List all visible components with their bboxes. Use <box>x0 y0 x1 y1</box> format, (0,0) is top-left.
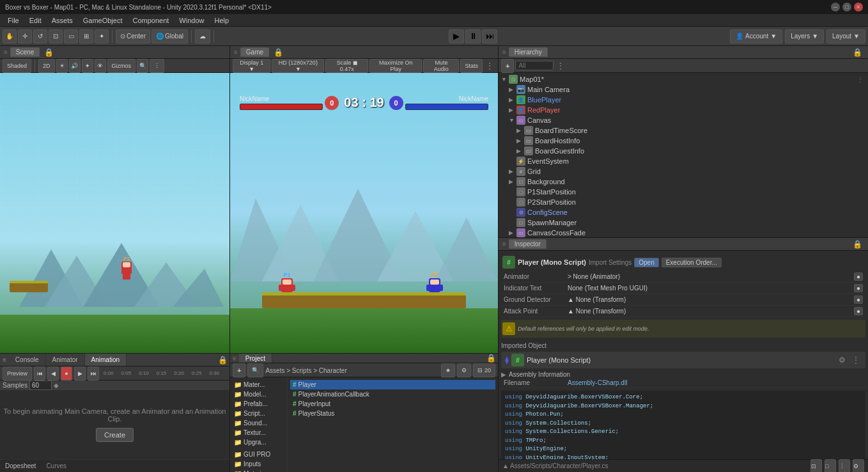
maximize-button[interactable]: □ <box>842 3 851 12</box>
inspector-bottom-btn1[interactable]: ⊡ <box>810 459 822 473</box>
scale-control[interactable]: Scale ◼ 0.47x <box>325 59 368 73</box>
curves-tab[interactable]: Curves <box>41 462 72 469</box>
collab-button[interactable]: ☁ <box>195 29 210 43</box>
scene-lock-button[interactable]: 🔒 <box>42 48 56 57</box>
global-button[interactable]: 🌐 Global <box>151 29 188 43</box>
project-search-icon[interactable]: 🔍 <box>247 363 263 377</box>
hierarchy-search[interactable] <box>515 61 554 70</box>
menu-help[interactable]: Help <box>209 15 234 26</box>
samples-input[interactable] <box>29 381 52 390</box>
hierarchy-lock[interactable]: 🔒 <box>851 48 864 57</box>
inspector-bottom-btn2[interactable]: □ <box>825 459 836 473</box>
anim-start-button[interactable]: ⏮ <box>34 366 45 381</box>
indicator-circle-btn[interactable]: ● <box>854 284 863 292</box>
menu-component[interactable]: Component <box>127 15 174 26</box>
hier-p1-start[interactable]: ◌ P1StartPosition <box>506 187 868 197</box>
scale-tool-button[interactable]: ⊡ <box>49 29 63 43</box>
assembly-info-header[interactable]: ▶ Assembly Information <box>501 371 865 378</box>
anim-next-button[interactable]: ▶ <box>74 366 86 381</box>
create-animation-button[interactable]: Create <box>96 428 134 442</box>
proj-tree-scripts[interactable]: 📁Script... <box>230 409 287 418</box>
ground-circle-btn[interactable]: ● <box>854 295 863 304</box>
proj-tree-upgrade[interactable]: 📁Upgra... <box>230 437 287 447</box>
hier-blue-player[interactable]: ▶ 👤 BluePlayer <box>506 95 868 105</box>
hier-board-time-score[interactable]: ▶ ▭ BoardTimeScore <box>514 125 868 136</box>
anim-panel-lock[interactable]: 🔒 <box>216 356 229 365</box>
hier-background[interactable]: ▶ □ Background <box>506 177 868 187</box>
account-button[interactable]: 👤 Account ▼ <box>730 29 782 43</box>
execution-order-button[interactable]: Execution Order... <box>662 258 722 267</box>
hier-map01-more[interactable]: ⋮ <box>855 76 865 83</box>
inspector-tab[interactable]: Inspector <box>509 239 546 249</box>
animator-tab[interactable]: Animator <box>46 354 85 366</box>
project-size-button[interactable]: ⊟ 20 <box>473 363 495 377</box>
game-tab[interactable]: Game <box>240 47 269 57</box>
layers-button[interactable]: Layers ▼ <box>785 29 824 43</box>
menu-file[interactable]: File <box>3 15 24 26</box>
project-tab[interactable]: Project <box>239 354 272 363</box>
hier-red-player[interactable]: ▶ 👤 RedPlayer <box>506 105 868 115</box>
pause-button[interactable]: ⏸ <box>465 29 481 43</box>
scene-tab[interactable]: Scene <box>10 47 40 57</box>
hierarchy-tab[interactable]: Hierarchy <box>509 47 548 57</box>
file-player-input[interactable]: # PlayerInput <box>290 399 495 409</box>
inspector-bottom-btn3[interactable]: ⋮ <box>839 459 850 473</box>
close-button[interactable]: ✕ <box>854 3 863 12</box>
proj-tree-inputs[interactable]: 📁Inputs <box>230 459 287 469</box>
file-player-animation-callback[interactable]: # PlayerAnimationCallback <box>290 389 495 399</box>
display-dropdown[interactable]: Display 1 ▼ <box>233 59 270 73</box>
hier-spawn-manager[interactable]: □ SpawnManager <box>506 217 868 228</box>
menu-assets[interactable]: Assets <box>47 15 78 26</box>
hier-p2-start[interactable]: ◌ P2StartPosition <box>506 197 868 207</box>
mute-audio-button[interactable]: Mute Audio <box>423 59 459 73</box>
project-gear-button[interactable]: ⚙ <box>457 363 471 377</box>
scene-light-button[interactable]: ☀ <box>56 59 68 73</box>
proj-tree-sounds[interactable]: 📁Sound... <box>230 418 287 428</box>
game-lock-button[interactable]: 🔒 <box>272 48 285 57</box>
proj-tree-mat2[interactable]: 📁Materi... <box>230 469 287 472</box>
scene-extra-button[interactable]: ⋮ <box>150 59 164 73</box>
console-tab[interactable]: Console <box>9 354 46 366</box>
project-create-button[interactable]: + <box>233 363 245 377</box>
hier-event-system[interactable]: ⚡ EventSystem <box>506 156 868 166</box>
scene-audio-button[interactable]: 🔊 <box>69 59 81 73</box>
anim-preview-button[interactable]: Preview <box>3 366 32 381</box>
proj-tree-textures[interactable]: 📁Textur... <box>230 428 287 437</box>
open-button[interactable]: Open <box>634 258 658 267</box>
hier-board-host[interactable]: ▶ ▭ BoardHostInfo <box>514 136 868 146</box>
anim-end-button[interactable]: ⏭ <box>88 366 99 381</box>
proj-tree-prefabs[interactable]: 📁Prefab... <box>230 399 287 409</box>
minimize-button[interactable]: ─ <box>831 3 840 12</box>
2d-button[interactable]: 2D <box>38 59 55 73</box>
animator-circle-btn[interactable]: ● <box>854 272 863 281</box>
transform-tool-button[interactable]: ⊞ <box>79 29 93 43</box>
inspector-lock[interactable]: 🔒 <box>851 240 864 249</box>
hand-tool-button[interactable]: ✋ <box>3 29 17 43</box>
scene-hidden-button[interactable]: 👁 <box>95 59 106 73</box>
move-tool-button[interactable]: ✛ <box>18 29 32 43</box>
step-button[interactable]: ⏭ <box>482 29 497 43</box>
center-button[interactable]: ⊙ Center <box>116 29 150 43</box>
scene-fx-button[interactable]: ✦ <box>82 59 93 73</box>
menu-gameobject[interactable]: GameObject <box>78 15 128 26</box>
proj-tree-materials[interactable]: 📁Mater... <box>230 380 287 389</box>
inspector-gear-button[interactable]: ⚙ <box>853 459 864 473</box>
proj-tree-models[interactable]: 📁Model... <box>230 389 287 399</box>
file-player-status[interactable]: # PlayerStatus <box>290 409 495 418</box>
game-toolbar-more[interactable]: ⋮ <box>484 61 495 70</box>
menu-edit[interactable]: Edit <box>24 15 47 26</box>
anim-prev-button[interactable]: ◀ <box>47 366 59 381</box>
attack-circle-btn[interactable]: ● <box>854 307 863 315</box>
hier-config-scene[interactable]: ⚙ ConfigScene <box>506 207 868 217</box>
hier-canvas-crossfade[interactable]: ▶ ▭ CanvasCrossFade <box>506 228 868 237</box>
file-player[interactable]: # Player <box>290 380 495 389</box>
proj-tree-guipro[interactable]: 📁GUI PRO <box>230 450 287 459</box>
menu-window[interactable]: Window <box>174 15 209 26</box>
hierarchy-create-button[interactable]: + <box>501 59 514 73</box>
dopesheet-tab[interactable]: Dopesheet <box>0 462 41 469</box>
custom-tool-button[interactable]: ✦ <box>95 29 109 43</box>
rect-tool-button[interactable]: ▭ <box>64 29 78 43</box>
hier-main-camera[interactable]: ▶ 📷 Main Camera <box>506 84 868 95</box>
stats-button[interactable]: Stats <box>460 59 483 73</box>
project-lock[interactable]: 🔒 <box>484 354 498 363</box>
